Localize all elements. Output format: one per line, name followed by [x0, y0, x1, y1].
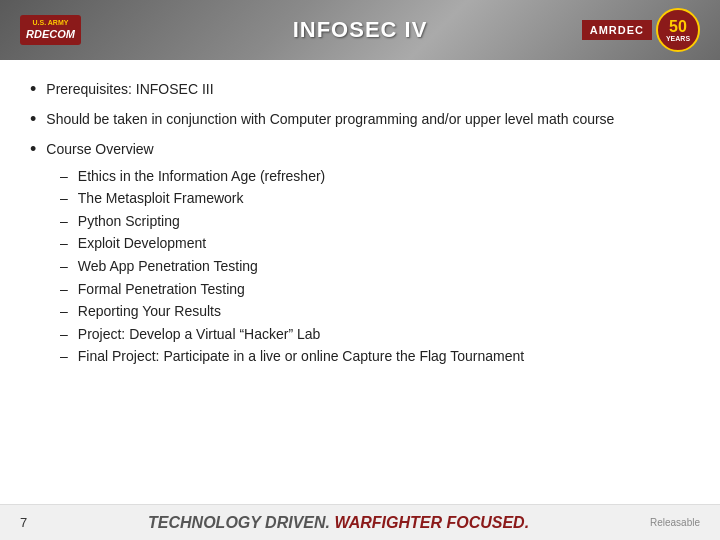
anniversary-badge: 50 YEARS [656, 8, 700, 52]
sub-item-text: Reporting Your Results [78, 302, 221, 322]
list-item: –Python Scripting [60, 212, 524, 232]
page-number: 7 [20, 515, 27, 530]
dash-icon: – [60, 234, 68, 254]
rdecom-label: RDECOM [26, 28, 75, 41]
dash-icon: – [60, 347, 68, 367]
sub-item-text: Ethics in the Information Age (refresher… [78, 167, 325, 187]
logo-left: U.S. ARMY RDECOM [20, 8, 120, 53]
dash-icon: – [60, 302, 68, 322]
list-item: –Ethics in the Information Age (refreshe… [60, 167, 524, 187]
list-item: –Final Project: Participate in a live or… [60, 347, 524, 367]
page-title: INFOSEC IV [293, 17, 428, 43]
dash-icon: – [60, 167, 68, 187]
years-label: YEARS [666, 35, 690, 42]
dash-icon: – [60, 257, 68, 277]
amrdec-label: AMRDEC [582, 20, 652, 40]
classification-label: Releasable [650, 517, 700, 528]
tagline-tech: TECHNOLOGY DRIVEN. [148, 514, 330, 531]
sub-item-text: Final Project: Participate in a live or … [78, 347, 524, 367]
sub-list: –Ethics in the Information Age (refreshe… [60, 167, 524, 370]
anniversary-number: 50 [666, 18, 690, 36]
list-item: • Should be taken in conjunction with Co… [30, 110, 690, 132]
sub-item-text: Exploit Development [78, 234, 206, 254]
dash-icon: – [60, 212, 68, 232]
bullet-icon: • [30, 77, 36, 102]
dash-icon: – [60, 325, 68, 345]
dash-icon: – [60, 280, 68, 300]
tagline-wf: WARFIGHTER FOCUSED. [334, 514, 529, 531]
bullet-text: Should be taken in conjunction with Comp… [46, 110, 614, 130]
list-item: –The Metasploit Framework [60, 189, 524, 209]
footer: 7 TECHNOLOGY DRIVEN. WARFIGHTER FOCUSED.… [0, 504, 720, 540]
sub-item-text: Formal Penetration Testing [78, 280, 245, 300]
sub-item-text: The Metasploit Framework [78, 189, 244, 209]
list-item: –Exploit Development [60, 234, 524, 254]
tagline: TECHNOLOGY DRIVEN. WARFIGHTER FOCUSED. [148, 514, 529, 532]
header: U.S. ARMY RDECOM INFOSEC IV AMRDEC 50 YE… [0, 0, 720, 60]
list-item: • Prerequisites: INFOSEC III [30, 80, 690, 102]
list-item: –Formal Penetration Testing [60, 280, 524, 300]
main-content: • Prerequisites: INFOSEC III • Should be… [0, 60, 720, 388]
list-item: –Web App Penetration Testing [60, 257, 524, 277]
bullet-text: Course Overview [46, 140, 153, 160]
sub-item-text: Web App Penetration Testing [78, 257, 258, 277]
rdecom-logo: U.S. ARMY RDECOM [20, 15, 81, 45]
bullet-icon: • [30, 107, 36, 132]
sub-item-text: Project: Develop a Virtual “Hacker” Lab [78, 325, 321, 345]
bullet-list: • Prerequisites: INFOSEC III • Should be… [30, 80, 690, 370]
bullet-text: Prerequisites: INFOSEC III [46, 80, 213, 100]
dash-icon: – [60, 189, 68, 209]
list-item: –Reporting Your Results [60, 302, 524, 322]
list-item: –Project: Develop a Virtual “Hacker” Lab [60, 325, 524, 345]
army-label: U.S. ARMY [26, 19, 75, 27]
logo-right: AMRDEC 50 YEARS [582, 8, 700, 52]
bullet-icon: • [30, 137, 36, 162]
sub-item-text: Python Scripting [78, 212, 180, 232]
list-item-course-overview: • Course Overview –Ethics in the Informa… [30, 140, 690, 370]
